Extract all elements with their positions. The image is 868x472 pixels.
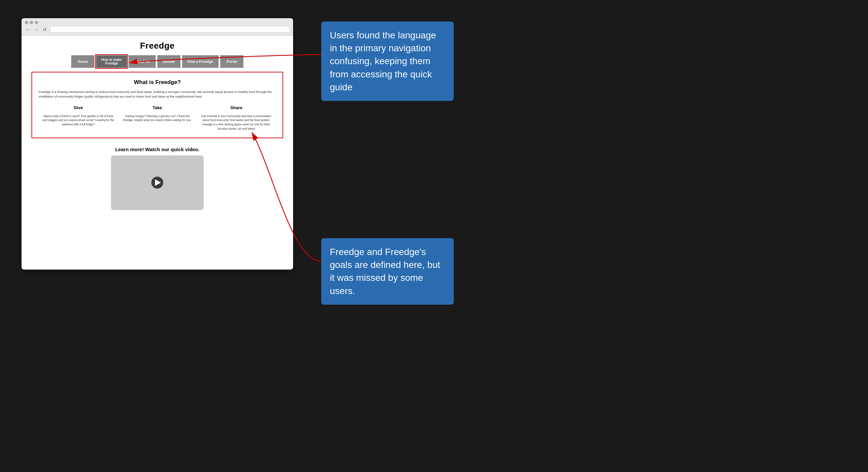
site-nav: Home How to makeFreedge About Us Donate … xyxy=(22,54,293,72)
play-button[interactable] xyxy=(151,177,163,189)
col-give: Give Wanna help a friend in need? Your g… xyxy=(39,105,118,131)
video-label: Learn more! Watch our quick video. xyxy=(22,146,293,152)
address-bar[interactable] xyxy=(50,26,290,33)
forward-button[interactable]: → xyxy=(33,27,39,32)
nav-portal[interactable]: Portal xyxy=(220,55,243,68)
col-share-text: Get involved in your community and start… xyxy=(200,114,273,131)
nav-home[interactable]: Home xyxy=(71,55,94,68)
browser-controls: ← → ↺ xyxy=(25,26,290,33)
video-section: Learn more! Watch our quick video. xyxy=(22,143,293,217)
col-share-title: Share xyxy=(200,105,273,110)
dot-green xyxy=(35,21,38,24)
annotation-top-text: Users found the language in the primary … xyxy=(330,30,436,92)
section-title: What is Freedge? xyxy=(39,79,276,86)
dot-yellow xyxy=(30,21,33,24)
main-content-box: What is Freedge? Freedge is a sharing me… xyxy=(31,72,283,138)
browser-dots xyxy=(25,21,290,24)
nav-how-to-make[interactable]: How to makeFreedge xyxy=(96,55,127,68)
col-give-text: Wanna help a friend in need? Your garden… xyxy=(42,114,115,127)
site-title: Freedge xyxy=(22,41,293,51)
refresh-button[interactable]: ↺ xyxy=(42,27,48,32)
col-give-title: Give xyxy=(42,105,115,110)
browser-chrome: ← → ↺ xyxy=(22,18,293,36)
three-columns: Give Wanna help a friend in need? Your g… xyxy=(39,105,276,131)
annotation-bottom-text: Freedge and Freedge's goals are defined … xyxy=(330,247,440,296)
browser-window: ← → ↺ Freedge Home How to makeFreedge Ab… xyxy=(22,18,293,270)
nav-about-us[interactable]: About Us xyxy=(129,55,156,68)
website-content: Freedge Home How to makeFreedge About Us… xyxy=(22,36,293,268)
annotation-bottom: Freedge and Freedge's goals are defined … xyxy=(321,238,454,305)
col-take-title: Take xyxy=(121,105,194,110)
nav-donate[interactable]: Donate xyxy=(157,55,181,68)
col-take: Take Feeling Hungry? Planning a grocery … xyxy=(118,105,197,131)
play-icon xyxy=(155,179,161,186)
site-header: Freedge xyxy=(22,36,293,54)
section-description: Freedge is a sharing mechanism aiming to… xyxy=(39,90,276,99)
back-button[interactable]: ← xyxy=(25,27,31,32)
annotation-top: Users found the language in the primary … xyxy=(321,22,454,101)
col-share: Share Get involved in your community and… xyxy=(197,105,276,131)
video-player[interactable] xyxy=(111,156,204,210)
col-take-text: Feeling Hungry? Planning a grocery run? … xyxy=(121,114,194,123)
nav-find-freedge[interactable]: Find a Freedge xyxy=(182,55,219,68)
dot-red xyxy=(25,21,28,24)
